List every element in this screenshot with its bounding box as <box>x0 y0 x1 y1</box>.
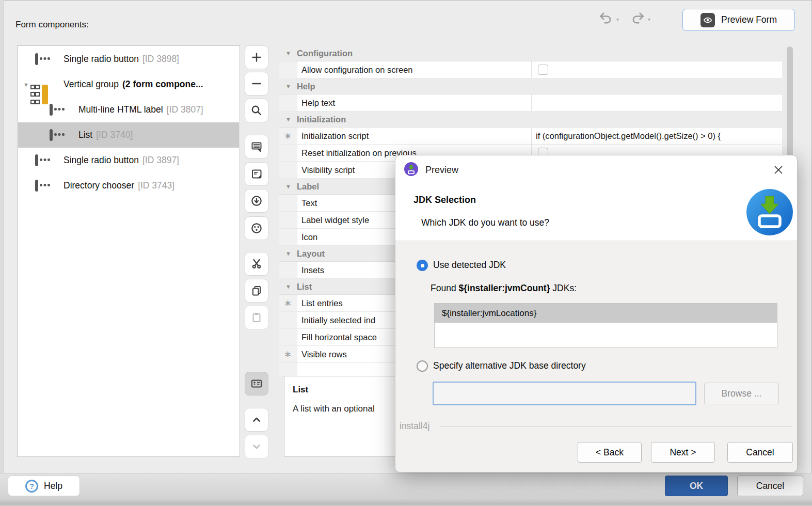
jdk-selection-heading: JDK Selection <box>413 195 476 205</box>
section-collapse-icon[interactable]: ▼ <box>285 283 291 290</box>
tree-item-name: Directory chooser <box>63 180 134 191</box>
property-marker <box>279 363 297 376</box>
section-label: List <box>297 282 312 292</box>
property-marker <box>279 212 297 228</box>
property-row-allow-configuration-on-screen[interactable]: Allow configuration on screen <box>279 61 782 78</box>
note-icon <box>250 168 263 180</box>
section-header-initialization[interactable]: ▼Initialization <box>279 112 782 128</box>
help-button[interactable]: ? Help <box>8 476 80 496</box>
section-collapse-icon[interactable]: ▼ <box>285 250 291 257</box>
main-cancel-button[interactable]: Cancel <box>737 476 803 496</box>
use-detected-jdk-radio[interactable] <box>417 260 428 271</box>
brand-divider <box>439 426 792 426</box>
comment-icon <box>250 140 263 153</box>
section-label: Configuration <box>297 49 353 58</box>
section-header-configuration[interactable]: ▼Configuration <box>279 45 782 61</box>
property-marker <box>279 145 297 161</box>
property-marker <box>279 162 297 178</box>
search-icon <box>250 104 263 117</box>
expander-triangle-icon[interactable]: ▼ <box>23 82 29 88</box>
tree-item-directory-chooser[interactable]: Directory chooser[ID 3743] <box>18 173 239 198</box>
description-title: List <box>293 385 402 395</box>
property-marker <box>279 312 297 328</box>
eye-icon <box>700 13 715 27</box>
checkbox[interactable] <box>538 65 548 75</box>
tree-item-vertical-group[interactable]: ▼Vertical group(2 form compone... <box>18 72 239 97</box>
redo-dropdown-caret[interactable]: ▾ <box>648 17 650 22</box>
section-collapse-icon[interactable]: ▼ <box>285 116 291 122</box>
jdk-directory-field[interactable] <box>433 382 696 405</box>
remove-icon <box>250 77 263 90</box>
undo-icon[interactable] <box>599 11 613 27</box>
back-button[interactable]: < Back <box>578 442 642 463</box>
property-marker <box>279 229 297 245</box>
component-description-box: List A list with an optional <box>284 376 403 457</box>
tree-item-name: List <box>78 130 92 140</box>
property-value[interactable]: if (configurationObject.getModel().getSi… <box>536 131 721 141</box>
property-marker <box>279 61 297 78</box>
section-collapse-icon[interactable]: ▼ <box>285 50 291 56</box>
tree-item-id: [ID 3807] <box>167 104 203 115</box>
form-components-tree[interactable]: Single radio button[ID 3898]▼Vertical gr… <box>17 45 240 457</box>
help-question-icon: ? <box>25 480 38 493</box>
install4j-brand-label: install4j <box>400 421 429 432</box>
move-down-button <box>245 435 268 458</box>
connector-button[interactable] <box>245 216 268 240</box>
jvm-location-item[interactable]: ${installer:jvmLocations} <box>435 304 777 323</box>
tree-item-name: Single radio button <box>63 155 139 165</box>
import-button[interactable] <box>245 189 268 213</box>
copy-button[interactable] <box>245 279 268 303</box>
preview-dialog-title: Preview <box>425 165 458 176</box>
tree-item-name: Single radio button <box>63 54 139 64</box>
cut-button[interactable] <box>245 252 268 276</box>
jvm-locations-listbox[interactable]: ${installer:jvmLocations} <box>434 303 777 348</box>
preview-dialog-titlebar: Preview <box>395 155 797 184</box>
close-icon[interactable] <box>771 163 786 177</box>
move-up-button[interactable] <box>245 408 268 432</box>
property-marker <box>279 329 297 345</box>
ok-button[interactable]: OK <box>665 476 728 496</box>
note-button[interactable] <box>245 162 268 186</box>
tree-item-multi-line-html-label[interactable]: Multi-line HTML label[ID 3807] <box>18 97 239 122</box>
specify-alternative-radio[interactable] <box>417 360 428 372</box>
tree-item-name: Vertical group <box>63 79 119 89</box>
section-label: Initialization <box>297 115 346 124</box>
property-value-cell[interactable] <box>532 61 782 78</box>
comment-button[interactable] <box>245 135 268 159</box>
undo-dropdown-caret[interactable]: ▾ <box>616 17 619 22</box>
dialog-cancel-button[interactable]: Cancel <box>727 442 793 463</box>
section-label: Label <box>297 182 319 192</box>
property-value-cell[interactable]: if (configurationObject.getModel().getSi… <box>532 128 782 144</box>
details-button[interactable] <box>245 372 268 396</box>
description-text: A list with an optional <box>293 404 402 414</box>
preview-form-button[interactable]: Preview Form <box>682 9 795 31</box>
property-label: Allow configuration on screen <box>297 61 532 78</box>
tree-item-list[interactable]: List[ID 3740] <box>18 122 239 148</box>
tree-item-name: Multi-line HTML label <box>78 104 163 115</box>
add-button[interactable] <box>245 45 268 69</box>
tree-item-single-radio-button[interactable]: Single radio button[ID 3897] <box>18 148 239 173</box>
browse-button[interactable]: Browse ... <box>704 383 779 404</box>
tree-item-id: [ID 3743] <box>138 180 174 191</box>
form-component-icon <box>35 181 38 191</box>
property-row-help-text[interactable]: Help text <box>279 94 782 112</box>
remove-button[interactable] <box>245 72 268 96</box>
undo-redo-group: ▾ ▾ <box>599 11 659 27</box>
add-icon <box>250 51 263 64</box>
redo-icon[interactable] <box>630 11 645 27</box>
import-icon <box>250 195 263 207</box>
property-marker <box>279 94 297 111</box>
section-collapse-icon[interactable]: ▼ <box>285 83 291 89</box>
search-button[interactable] <box>245 99 268 122</box>
move-up-icon <box>250 414 263 426</box>
section-collapse-icon[interactable]: ▼ <box>285 183 291 189</box>
property-value-cell[interactable] <box>532 94 782 111</box>
next-button[interactable]: Next > <box>651 442 715 463</box>
tree-item-id: [ID 3740] <box>96 130 133 140</box>
property-row-initialization-script[interactable]: ∗Initialization scriptif (configurationO… <box>279 128 782 145</box>
tree-item-id: [ID 3898] <box>142 54 179 64</box>
help-label: Help <box>44 481 62 492</box>
form-component-icon <box>50 105 53 115</box>
tree-item-single-radio-button[interactable]: Single radio button[ID 3898] <box>18 46 239 72</box>
section-header-help[interactable]: ▼Help <box>279 78 782 94</box>
